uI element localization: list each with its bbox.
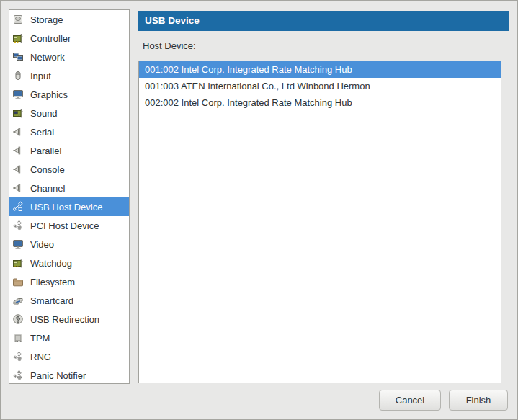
sidebar-item-label: USB Host Device: [30, 202, 102, 213]
storage-icon: [12, 14, 24, 25]
host-device-label: Host Device:: [143, 40, 196, 51]
sidebar-item-label: Graphics: [30, 89, 68, 100]
sidebar-item-network[interactable]: Network: [9, 48, 129, 66]
gears-icon: [12, 370, 24, 381]
sidebar-item-label: RNG: [30, 352, 51, 362]
watchdog-card-icon: [12, 257, 24, 269]
sidebar-item-label: Watchdog: [30, 258, 72, 269]
sidebar-item-controller[interactable]: Controller: [9, 29, 129, 48]
host-device-row[interactable]: 002:002 Intel Corp. Integrated Rate Matc…: [139, 94, 501, 111]
sidebar-item-usb-redirection[interactable]: USB Redirection: [9, 310, 129, 329]
chip-icon: [12, 332, 24, 344]
parallel-plug-icon: [12, 145, 24, 156]
folder-icon: [12, 276, 24, 287]
hardware-type-list: Storage Controller Network Input Graphic…: [9, 9, 130, 384]
sidebar-item-sound[interactable]: Sound: [9, 104, 129, 122]
sidebar-item-watchdog[interactable]: Watchdog: [9, 254, 129, 272]
sidebar-item-label: Panic Notifier: [30, 370, 86, 381]
host-device-row[interactable]: 001:003 ATEN International Co., Ltd Winb…: [139, 78, 501, 94]
card-reader-icon: [12, 295, 24, 306]
sidebar-item-channel[interactable]: Channel: [9, 179, 129, 197]
finish-button[interactable]: Finish: [449, 390, 508, 411]
sidebar-item-parallel[interactable]: Parallel: [9, 141, 129, 160]
sidebar-item-graphics[interactable]: Graphics: [9, 85, 129, 104]
channel-plug-icon: [12, 182, 24, 194]
sidebar-item-label: Smartcard: [30, 295, 73, 306]
sidebar-item-label: Filesystem: [30, 277, 75, 287]
mouse-icon: [12, 70, 24, 81]
console-plug-icon: [12, 164, 24, 175]
sidebar-item-label: Storage: [30, 14, 63, 25]
usb-round-icon: [12, 313, 24, 325]
host-device-list: 001:002 Intel Corp. Integrated Rate Matc…: [138, 61, 501, 383]
cancel-button[interactable]: Cancel: [379, 390, 441, 411]
serial-plug-icon: [12, 126, 24, 138]
sidebar-item-usb-host-device[interactable]: USB Host Device: [9, 197, 129, 216]
sidebar-item-label: Input: [30, 71, 51, 81]
sidebar-item-console[interactable]: Console: [9, 160, 129, 179]
monitor-icon: [12, 89, 24, 100]
add-hardware-dialog: Storage Controller Network Input Graphic…: [0, 0, 518, 420]
network-computers-icon: [12, 51, 24, 63]
sidebar-item-label: Channel: [30, 183, 65, 194]
gears-icon: [12, 220, 24, 231]
panel-header: USB Device: [138, 11, 509, 31]
gears-icon: [12, 351, 24, 362]
usb-symbol-icon: [12, 201, 24, 213]
sidebar-item-label: USB Redirection: [30, 314, 99, 325]
sidebar-item-label: Sound: [30, 108, 58, 119]
sidebar-item-label: TPM: [30, 333, 50, 344]
sidebar-item-rng[interactable]: RNG: [9, 347, 129, 366]
sidebar-item-label: Serial: [30, 127, 54, 138]
host-device-row[interactable]: 001:002 Intel Corp. Integrated Rate Matc…: [139, 61, 501, 78]
sidebar-item-panic-notifier[interactable]: Panic Notifier: [9, 366, 129, 384]
sidebar-item-tpm[interactable]: TPM: [9, 329, 129, 347]
sidebar-item-input[interactable]: Input: [9, 66, 129, 85]
sidebar-item-label: Video: [30, 239, 54, 250]
sidebar-item-storage[interactable]: Storage: [9, 10, 129, 29]
sidebar-item-pci-host-device[interactable]: PCI Host Device: [9, 216, 129, 235]
sound-card-icon: [12, 107, 24, 119]
sidebar-item-serial[interactable]: Serial: [9, 122, 129, 141]
sidebar-item-label: PCI Host Device: [30, 220, 99, 231]
sidebar-item-filesystem[interactable]: Filesystem: [9, 272, 129, 291]
sidebar-item-smartcard[interactable]: Smartcard: [9, 291, 129, 310]
controller-card-icon: [12, 32, 24, 44]
sidebar-item-label: Network: [30, 52, 65, 63]
monitor-icon: [12, 238, 24, 250]
sidebar-item-label: Parallel: [30, 146, 61, 156]
sidebar-item-label: Controller: [30, 33, 71, 44]
sidebar-item-video[interactable]: Video: [9, 235, 129, 254]
sidebar-item-label: Console: [30, 164, 65, 175]
